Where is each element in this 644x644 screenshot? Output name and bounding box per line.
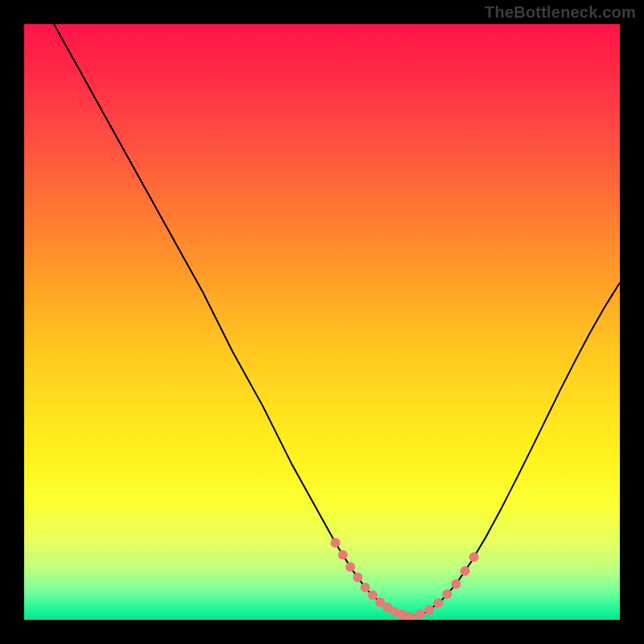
curve-right-path (411, 283, 620, 617)
stage: TheBottleneck.com (0, 0, 644, 644)
band-dot (368, 590, 378, 600)
curve-left-path (54, 24, 411, 617)
band-dot (338, 550, 348, 559)
band-dot (331, 538, 341, 547)
watermark-text: TheBottleneck.com (485, 3, 636, 22)
chart-svg (24, 24, 620, 620)
band-dot (424, 605, 434, 615)
band-dot (469, 552, 479, 562)
band-dot (452, 580, 461, 589)
band-dots (331, 538, 479, 620)
band-dot (345, 562, 355, 572)
band-dot (460, 566, 470, 576)
plot-area (24, 24, 620, 620)
band-dot (433, 598, 443, 608)
band-dot (353, 572, 362, 582)
band-dot (442, 589, 452, 599)
band-dot (415, 609, 425, 619)
band-dot (361, 583, 370, 592)
